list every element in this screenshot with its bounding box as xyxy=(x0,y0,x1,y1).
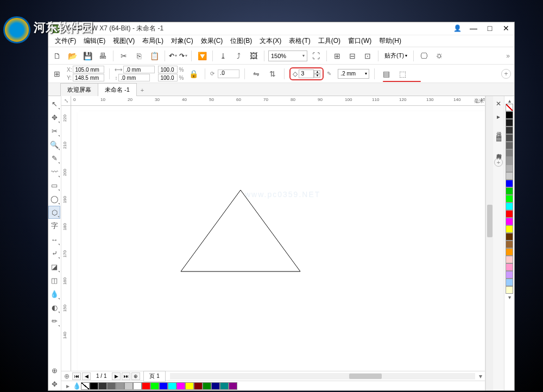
doc-color-swatch[interactable] xyxy=(107,382,116,390)
menu-view[interactable]: 视图(V) xyxy=(110,35,138,47)
drawing-page[interactable]: www.pc0359.NET xyxy=(71,106,485,390)
polygon-sides-input[interactable]: 3 xyxy=(299,69,314,78)
color-swatch[interactable] xyxy=(506,279,513,286)
next-page-button[interactable]: ▶ xyxy=(112,372,121,380)
color-swatch[interactable] xyxy=(506,180,513,187)
interactive-fill-tool[interactable]: ◐ xyxy=(48,301,60,314)
doc-color-swatch[interactable] xyxy=(90,382,98,390)
color-swatch[interactable] xyxy=(506,248,513,256)
customize-propbar[interactable]: + xyxy=(501,69,511,79)
doc-palette-arrow[interactable]: ▸ xyxy=(64,382,72,390)
color-swatch[interactable] xyxy=(506,263,513,271)
eyedropper-tool[interactable]: 💧 xyxy=(48,287,60,300)
minimize-button[interactable]: — xyxy=(465,22,482,34)
outline-width-combo[interactable]: .2 mm ▾ xyxy=(338,69,369,79)
color-swatch[interactable] xyxy=(506,195,513,203)
outline-pen-tool[interactable]: ✏ xyxy=(48,314,60,327)
doc-color-swatch[interactable] xyxy=(81,382,90,390)
hints-docker-tab[interactable]: 提示 xyxy=(494,124,503,131)
show-rulers-button[interactable]: ⊞ xyxy=(331,49,344,62)
navigator-icon[interactable]: ✥ xyxy=(48,377,60,390)
menu-table[interactable]: 表格(T) xyxy=(286,35,313,47)
color-swatch[interactable] xyxy=(506,210,513,218)
welcome-tab[interactable]: 欢迎屏幕 xyxy=(60,83,98,96)
doc-color-swatch[interactable] xyxy=(142,382,150,390)
doc-color-swatch[interactable] xyxy=(185,382,194,390)
last-page-button[interactable]: ⏭ xyxy=(122,372,130,380)
mirror-vertical-button[interactable]: ⇅ xyxy=(266,67,279,80)
export-button[interactable]: ⤴ xyxy=(232,49,245,62)
doc-palette-eyedrop[interactable]: 💧 xyxy=(72,382,81,390)
color-swatch[interactable] xyxy=(506,157,513,165)
color-swatch[interactable] xyxy=(506,225,513,233)
document-tab[interactable]: 未命名 -1 xyxy=(98,83,137,96)
connector-tool[interactable]: ⤶ xyxy=(48,246,60,260)
search-content-button[interactable]: 🔽 xyxy=(195,49,209,62)
docker-toggle[interactable]: ▦ xyxy=(494,133,503,144)
menu-layout[interactable]: 布局(L) xyxy=(139,35,167,47)
drop-shadow-tool[interactable]: ◪ xyxy=(48,260,60,273)
maximize-button[interactable]: □ xyxy=(482,22,498,34)
publish-pdf-button[interactable]: 🖾 xyxy=(247,49,260,62)
menu-text[interactable]: 文本(X) xyxy=(256,35,285,47)
doc-color-swatch[interactable] xyxy=(176,382,185,390)
y-position-input[interactable]: 148.5 mm xyxy=(73,74,104,81)
paste-button[interactable]: 📋 xyxy=(148,49,161,62)
color-swatch[interactable] xyxy=(506,119,513,127)
launch-button[interactable]: 🖵 xyxy=(418,49,431,62)
wrap-text-button[interactable]: ▤ xyxy=(380,67,393,80)
shape-tool[interactable]: ✥ xyxy=(48,111,60,124)
color-swatch[interactable] xyxy=(506,271,513,279)
first-page-button[interactable]: ⏮ xyxy=(72,372,81,380)
new-doc-button[interactable]: 🗋 xyxy=(50,49,64,62)
add-docker[interactable]: + xyxy=(494,158,503,167)
redo-button[interactable]: ↷▾ xyxy=(179,52,187,60)
height-input[interactable]: .0 mm xyxy=(118,74,150,81)
doc-color-swatch[interactable] xyxy=(124,382,133,390)
menu-help[interactable]: 帮助(H) xyxy=(376,35,405,47)
show-guidelines-button[interactable]: ⊡ xyxy=(361,49,374,62)
options-button[interactable]: ⛭ xyxy=(433,49,446,62)
triangle-shape[interactable] xyxy=(181,190,300,271)
color-swatch[interactable] xyxy=(506,134,513,142)
doc-color-swatch[interactable] xyxy=(168,382,176,390)
color-swatch[interactable] xyxy=(506,172,513,180)
import-button[interactable]: ⤓ xyxy=(217,49,230,62)
doc-color-swatch[interactable] xyxy=(98,382,107,390)
color-swatch[interactable] xyxy=(506,256,513,263)
doc-color-swatch[interactable] xyxy=(133,382,142,390)
show-grid-button[interactable]: ⊟ xyxy=(346,49,359,62)
menu-window[interactable]: 窗口(W) xyxy=(345,35,375,47)
docker-close[interactable]: ✕ xyxy=(494,98,503,109)
menu-tools[interactable]: 工具(O) xyxy=(315,35,344,47)
width-input[interactable]: .0 mm xyxy=(123,66,155,73)
color-swatch[interactable] xyxy=(506,286,513,294)
color-swatch[interactable] xyxy=(506,149,513,157)
scale-x-input[interactable]: 100.0 xyxy=(158,66,178,73)
doc-color-swatch[interactable] xyxy=(220,382,229,390)
doc-color-swatch[interactable] xyxy=(150,382,159,390)
color-swatch[interactable] xyxy=(506,203,513,210)
fullscreen-preview-button[interactable]: ⛶ xyxy=(310,49,323,62)
color-swatch[interactable] xyxy=(506,187,513,195)
new-tab-button[interactable]: + xyxy=(136,85,148,96)
prev-page-button[interactable]: ◀ xyxy=(82,372,91,380)
horizontal-ruler[interactable]: 毫米 0102030405060708090100110120130140150 xyxy=(71,96,485,106)
navigator-popup[interactable]: ▾ xyxy=(476,372,485,381)
menu-effects[interactable]: 效果(C) xyxy=(198,35,226,47)
color-swatch[interactable] xyxy=(506,142,513,149)
menu-bitmap[interactable]: 位图(B) xyxy=(227,35,255,47)
origin-icon[interactable]: ⊞ xyxy=(50,67,64,80)
palette-up[interactable]: ▴ xyxy=(508,97,511,104)
quick-customize[interactable]: ⊕ xyxy=(48,364,60,377)
menu-object[interactable]: 对象(C) xyxy=(168,35,197,47)
zoom-level-combo[interactable]: 150% ▾ xyxy=(268,50,307,61)
color-swatch[interactable] xyxy=(506,165,513,172)
menu-file[interactable]: 文件(F) xyxy=(52,35,79,47)
to-curves-button[interactable]: ⬚ xyxy=(396,67,409,80)
user-account-icon[interactable]: 👤 xyxy=(449,22,465,34)
doc-color-swatch[interactable] xyxy=(211,382,220,390)
text-tool[interactable]: 字 xyxy=(48,219,60,232)
toolbar-overflow[interactable]: » xyxy=(506,52,510,60)
vertical-ruler[interactable]: 220210200190180170160150140 xyxy=(61,106,71,390)
